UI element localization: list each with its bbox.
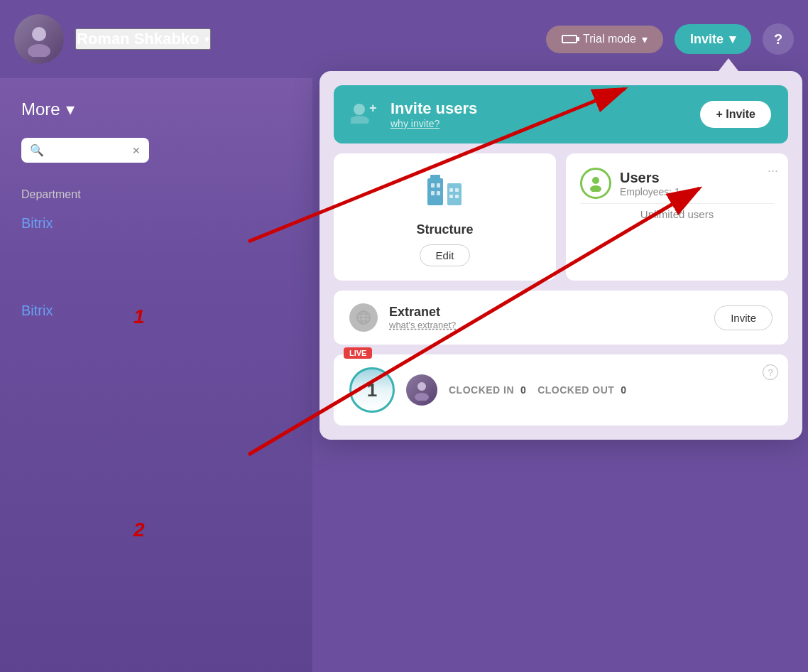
invite-dropdown: + Invite users why invite? + Invite	[320, 71, 802, 440]
live-count: 1	[367, 379, 377, 401]
structure-edit-label: Edit	[436, 249, 454, 261]
live-help-icon[interactable]: ?	[763, 364, 778, 380]
invite-button[interactable]: Invite ▾	[675, 24, 751, 54]
svg-rect-10	[431, 191, 435, 195]
invite-banner-button-label: + Invite	[716, 108, 755, 120]
search-bar: 🔍 ✕	[21, 138, 149, 163]
svg-point-23	[417, 382, 426, 391]
invite-chevron-icon: ▾	[729, 31, 736, 47]
users-more-icon[interactable]: ···	[768, 163, 778, 178]
users-card: ··· Users Employees: 1 Unlimited users	[566, 153, 788, 281]
users-avatar-icon	[580, 168, 611, 199]
users-title: Users	[620, 170, 680, 186]
svg-point-1	[28, 44, 50, 57]
clocked-in-value: 0	[520, 384, 526, 396]
search-clear-icon[interactable]: ✕	[132, 145, 141, 156]
sidebar-link-bitrix-2[interactable]: Bitrix	[0, 296, 312, 326]
users-divider	[580, 203, 774, 204]
invite-banner-title: Invite users	[391, 99, 689, 118]
avatar-image	[14, 14, 64, 64]
structure-edit-button[interactable]: Edit	[420, 244, 471, 266]
dropdown-arrow	[719, 58, 738, 71]
live-badge: LIVE	[344, 347, 372, 359]
cards-row: Structure Edit ··· Users Employees: 1	[334, 153, 788, 281]
svg-rect-15	[455, 195, 459, 198]
search-icon: 🔍	[30, 143, 44, 157]
svg-rect-12	[449, 188, 453, 192]
sidebar-link-bitrix-2-label: Bitrix	[21, 303, 53, 318]
svg-text:+: +	[369, 101, 377, 115]
users-info: Users Employees: 1	[620, 170, 680, 197]
clocked-out-value: 0	[621, 384, 626, 396]
annotation-2: 2	[133, 519, 145, 541]
extranet-card: Extranet what's extranet? Invite	[334, 291, 788, 345]
sidebar-link-bitrix-1-label: Bitrix	[21, 215, 53, 231]
user-chevron-icon: ▾	[204, 33, 209, 45]
svg-point-16	[592, 177, 599, 184]
clocked-in-stat: CLOCKED IN 0	[449, 384, 526, 396]
user-name-text: Roman Shkabko	[77, 30, 199, 48]
battery-icon	[562, 35, 577, 43]
user-name-button[interactable]: Roman Shkabko ▾	[75, 28, 211, 50]
clocked-out-label: CLOCKED OUT	[537, 384, 614, 396]
clocked-in-label: CLOCKED IN	[449, 384, 514, 396]
header: Roman Shkabko ▾ Trial mode ▾ Invite ▾ ?	[0, 0, 808, 78]
help-button[interactable]: ?	[763, 23, 794, 55]
trial-mode-button[interactable]: Trial mode ▾	[546, 26, 663, 53]
invite-banner: + Invite users why invite? + Invite	[334, 85, 788, 143]
sidebar-link-bitrix-1[interactable]: Bitrix	[0, 208, 312, 239]
invite-banner-subtitle[interactable]: why invite?	[391, 118, 689, 129]
structure-icon	[424, 168, 466, 215]
structure-title: Structure	[416, 222, 473, 237]
annotation-1: 1	[133, 305, 145, 328]
more-button[interactable]: More ▾	[0, 92, 96, 126]
live-card: LIVE ? 1 CLOCKED IN 0 CLOCKED OUT 0	[334, 354, 788, 426]
extranet-invite-label: Invite	[731, 312, 756, 324]
structure-card: Structure Edit	[334, 153, 556, 281]
svg-point-24	[415, 393, 429, 401]
live-count-circle: 1	[349, 367, 395, 413]
more-label: More	[21, 99, 60, 119]
svg-rect-7	[447, 183, 462, 205]
department-section: Department	[0, 174, 312, 208]
svg-point-0	[32, 27, 46, 41]
extranet-text: Extranet what's extranet?	[389, 305, 703, 330]
svg-rect-8	[431, 183, 435, 188]
live-stats: CLOCKED IN 0 CLOCKED OUT 0	[449, 384, 772, 396]
svg-point-17	[590, 185, 601, 192]
trial-mode-chevron-icon: ▾	[642, 33, 648, 46]
svg-rect-13	[455, 188, 459, 192]
users-card-header: Users Employees: 1	[580, 168, 774, 199]
invite-banner-text: Invite users why invite?	[391, 99, 689, 129]
svg-rect-5	[427, 178, 443, 205]
more-chevron-icon: ▾	[66, 99, 75, 119]
svg-rect-6	[430, 175, 440, 179]
users-employees: Employees: 1	[620, 186, 680, 197]
avatar	[14, 14, 64, 64]
trial-mode-label: Trial mode	[583, 33, 636, 45]
department-label: Department	[21, 188, 81, 200]
invite-banner-icon: +	[351, 101, 379, 129]
svg-point-2	[354, 104, 365, 115]
users-unlimited: Unlimited users	[580, 208, 774, 220]
extranet-title: Extranet	[389, 305, 703, 320]
sidebar: More ▾ 🔍 ✕ 1 Department Bitrix 2 Bitrix	[0, 78, 312, 672]
live-user-avatar	[406, 374, 437, 406]
invite-label: Invite	[690, 32, 724, 47]
help-icon: ?	[774, 31, 782, 48]
svg-rect-9	[437, 183, 440, 188]
clocked-out-stat: CLOCKED OUT 0	[537, 384, 626, 396]
svg-rect-11	[437, 191, 440, 195]
extranet-invite-button[interactable]: Invite	[714, 305, 772, 330]
svg-rect-14	[449, 195, 453, 198]
extranet-subtitle[interactable]: what's extranet?	[389, 320, 703, 330]
svg-point-3	[351, 116, 369, 124]
extranet-icon	[349, 303, 378, 332]
invite-banner-button[interactable]: + Invite	[700, 101, 771, 128]
